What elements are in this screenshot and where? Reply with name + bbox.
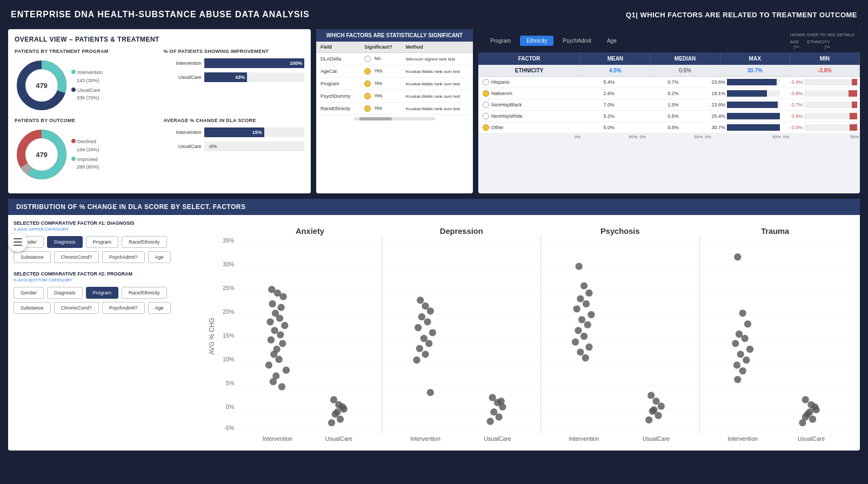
svg-point-103 (647, 392, 655, 399)
dla-usual-value: -0% (209, 144, 217, 149)
svg-point-112 (744, 320, 751, 327)
svg-point-121 (734, 376, 741, 383)
stats-data-row: NonHispWhite 5.2% 0.6% 25.4% -3.6% (478, 111, 860, 122)
treatment-legend: Intervention 143 (30%) UsualCare 336 (70… (71, 69, 103, 102)
svg-point-107 (655, 412, 662, 419)
svg-point-109 (650, 406, 657, 413)
min-bar-track (804, 124, 857, 131)
svg-point-46 (266, 318, 273, 325)
factor2-btn-program[interactable]: Program (86, 287, 119, 299)
summary-factor: ETHNICITY (478, 65, 580, 76)
factor2-title: SELECTED COMPARATIVE FACTOR #2: PROGRAM (14, 271, 197, 277)
ethnicity-icon-label: ETHNICITYƒ∞ (807, 39, 830, 49)
svg-point-122 (802, 396, 809, 403)
col-method: Method (402, 42, 473, 53)
stats-header-row: FACTOR MEAN MEDIAN MAX MIN (478, 52, 860, 65)
stats-data-row: NativeAm 2.6% 0.2% 19.1% -3.8% (478, 88, 860, 99)
charts-row-bottom: PATIENTS BY OUTCOME 479 Declined 164 ( (15, 118, 304, 182)
tab-ethnicity[interactable]: Ethnicity (520, 36, 553, 46)
factor2-btn-psychadmit[interactable]: PsychAdmit? (102, 302, 145, 314)
svg-point-79 (413, 357, 420, 364)
max-bar-fill (727, 79, 777, 85)
usual-bar-fill: 43% (204, 72, 248, 82)
table-scrollbar[interactable] (316, 115, 473, 123)
menu-line-3 (14, 245, 22, 246)
svg-text:35%: 35% (223, 237, 235, 244)
stats-data-rows: Hispanic 5.4% 0.7% 23.6% -2.4% NativeAm (478, 77, 860, 133)
svg-text:UsualCare: UsualCare (643, 435, 670, 442)
max-bar-fill (727, 90, 767, 97)
dla-subtitle: AVERAGE % CHANGE IN DLA SCORE (164, 118, 305, 123)
col-significant: Significant? (360, 42, 402, 53)
factor2-btn-chroniccond[interactable]: ChronicCond? (54, 302, 99, 314)
factor1-btn-program[interactable]: Program (86, 236, 119, 248)
factor2-btn-gender[interactable]: Gender (14, 287, 44, 299)
col-mean: MEAN (580, 52, 650, 65)
svg-point-108 (645, 416, 652, 424)
min-bar-fill (852, 102, 857, 108)
significant-cell: Yes (360, 103, 402, 115)
tab-psychadmit[interactable]: PsychAdmit (556, 36, 598, 46)
row-max-bar: 23.6% (705, 79, 783, 85)
svg-point-120 (739, 367, 746, 374)
field-cell: Program (316, 78, 360, 90)
svg-point-126 (809, 415, 816, 422)
row-median: 0.2% (641, 91, 705, 96)
svg-text:Trauma: Trauma (761, 227, 790, 236)
factor2-buttons: GenderDiagnosisProgramRace/EthnicitySubs… (14, 287, 197, 314)
dla-usual-label: UsualCare (164, 144, 202, 149)
max-bar-track (727, 102, 780, 108)
outcome-chart: PATIENTS BY OUTCOME 479 Declined 164 ( (15, 118, 156, 182)
factor1-btn-raceethnicity[interactable]: Race/Ethnicity (122, 236, 167, 248)
tab-program[interactable]: Program (484, 36, 517, 46)
tab-age[interactable]: Age (600, 36, 623, 46)
row-max-bar: 25.4% (705, 113, 783, 119)
factor1-btn-diagnosis[interactable]: Diagnosis (47, 236, 83, 248)
factor1-btn-age[interactable]: Age (148, 251, 171, 263)
stats-content: FACTOR MEAN MEDIAN MAX MIN ETHNICITY 4.5… (478, 52, 860, 140)
svg-point-47 (281, 322, 288, 329)
factor2-btn-diagnosis[interactable]: Diagnosis (47, 287, 83, 299)
factor1-btn-psychadmit[interactable]: PsychAdmit? (102, 251, 145, 263)
field-cell: AgeCat (316, 65, 360, 78)
svg-text:25%: 25% (223, 285, 235, 291)
svg-point-119 (733, 361, 740, 368)
max-bar-track (727, 124, 780, 131)
summary-median: 0.6% (650, 65, 720, 76)
row-min-bar: -3.6% (783, 113, 860, 119)
svg-point-72 (424, 318, 431, 325)
factor2-btn-raceethnicity[interactable]: Race/Ethnicity (122, 287, 167, 299)
svg-text:Intervention: Intervention (410, 435, 440, 442)
svg-text:0%: 0% (226, 404, 235, 410)
svg-point-64 (337, 415, 344, 422)
svg-text:15%: 15% (223, 332, 235, 339)
table-row: Program Yes Kruskal-Wallis rank sum test (316, 78, 473, 90)
svg-point-59 (278, 383, 285, 390)
factor1-btn-substance[interactable]: Substance (14, 251, 51, 263)
svg-point-98 (580, 333, 587, 340)
svg-point-42 (269, 300, 276, 307)
factor-selectors: SELECTED COMPARATIVE FACTOR #1: DIAGNOSI… (14, 220, 197, 445)
row-mean: 7.0% (577, 102, 641, 107)
svg-text:AVG % CHG: AVG % CHG (208, 318, 216, 354)
col-min: MIN (790, 52, 860, 65)
improvement-intervention-row: Intervention 100% (164, 58, 305, 68)
svg-text:Intervention: Intervention (727, 435, 758, 442)
treatment-subtitle: PATIENTS BY TREATMENT PROGRAM (15, 49, 156, 54)
factor2-btn-substance[interactable]: Substance (14, 302, 51, 314)
svg-point-49 (277, 331, 284, 338)
svg-point-117 (737, 351, 744, 358)
svg-point-100 (585, 344, 592, 351)
svg-point-101 (577, 348, 584, 355)
min-bar-track (804, 79, 857, 85)
row-mean: 2.6% (577, 91, 641, 96)
min-bar-fill (852, 79, 857, 85)
factor1-btn-chroniccond[interactable]: ChronicCond? (54, 251, 99, 263)
stats-data-row: Hispanic 5.4% 0.7% 23.6% -2.4% (478, 77, 860, 88)
svg-point-67 (334, 408, 341, 415)
svg-text:10%: 10% (223, 356, 235, 362)
outcome-donut-label: 479 (36, 151, 48, 159)
factor2-btn-age[interactable]: Age (148, 302, 171, 314)
stats-tabs: Program Ethnicity PsychAdmit Age HOVER O… (478, 29, 860, 52)
menu-button[interactable] (8, 232, 28, 252)
